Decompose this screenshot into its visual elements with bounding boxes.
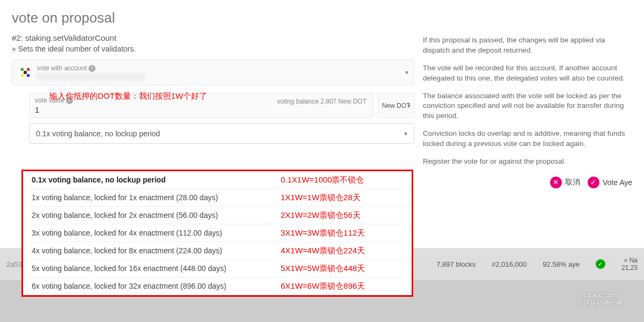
conviction-option[interactable]: 6x voting balance, locked for 32x enactm… (23, 277, 412, 295)
vote-aye-button[interactable]: ✓Vote Aye (588, 177, 632, 188)
check-icon: ✓ (596, 259, 605, 269)
info-text: If this proposal is passed, the changes … (423, 35, 632, 56)
conviction-option[interactable]: 0.1x voting balance, no lockup period0.1… (23, 171, 412, 189)
info-text: The balance associated with the vote wil… (423, 91, 632, 122)
conviction-selected: 0.1x voting balance, no lockup period (36, 129, 160, 138)
voting-balance: voting balance 2.807 New DOT (277, 98, 367, 105)
info-text: The vote will be recorded for this accou… (423, 63, 632, 84)
help-icon[interactable]: ? (89, 65, 96, 72)
row-nay-val: 21,23 (621, 264, 638, 272)
row-nay-label: » Na (621, 257, 638, 264)
row-blocks: 7,897 blocks (436, 260, 475, 268)
conviction-option[interactable]: 4x voting balance, locked for 8x enactme… (23, 242, 412, 260)
unit-dropdown[interactable]: New DOT ▾ (378, 93, 414, 118)
proposal-description: Sets the ideal number of validators. (12, 45, 414, 53)
annotation: 0.1X1W=1000票不锁仓 (281, 175, 364, 185)
annotation: 5X1W=5W票锁仓448天 (281, 264, 365, 274)
proposal-id: #2: staking.setValidatorCount (12, 33, 414, 42)
conviction-select[interactable]: 0.1x voting balance, no lockup period ▾ (29, 123, 414, 144)
chevron-down-icon: ▾ (405, 69, 408, 76)
chevron-down-icon: ▾ (408, 103, 411, 108)
annotation-input: 输入你抵押的DOT数量：我们按照1W个好了 (49, 91, 207, 101)
conviction-option[interactable]: 1x voting balance, locked for 1x enactme… (23, 189, 412, 207)
info-text: Conviction locks do overlap and is addit… (423, 129, 632, 149)
conviction-option[interactable]: 3x voting balance, locked for 4x enactme… (23, 224, 412, 242)
annotation: 2X1W=2W票锁仓56天 (281, 210, 361, 221)
annotation: 4X1W=4W票锁仓224天 (281, 246, 365, 256)
info-text: Register the vote for or against the pro… (423, 157, 632, 167)
annotation: 1X1W=1W票锁仓28天 (281, 193, 361, 203)
chevron-down-icon: ▾ (404, 130, 407, 137)
row-aye-pct: 92.58% aye (543, 260, 580, 268)
account-selector[interactable]: vote with account? ▾ (12, 60, 414, 85)
modal-title: vote on proposal (0, 0, 644, 33)
vote-value-input[interactable]: 1 (35, 105, 368, 114)
unit-label: New DOT (382, 102, 411, 109)
cancel-button[interactable]: ✕取消 (550, 177, 580, 188)
identicon-icon (18, 65, 33, 80)
annotation: 3X1W=3W票锁仓112天 (281, 228, 365, 238)
row-ref: #2,016,000 (492, 260, 526, 268)
account-name-blurred (37, 73, 144, 80)
annotation: 6X1W=6W票锁仓896天 (281, 281, 365, 291)
check-icon: ✓ (588, 177, 599, 188)
close-icon: ✕ (550, 177, 562, 188)
conviction-option[interactable]: 2x voting balance, locked for 2x enactme… (23, 207, 412, 224)
watermark: tucaod.com @区块链神吐槽 (577, 291, 623, 308)
conviction-option[interactable]: 5x voting balance, locked for 16x enactm… (23, 260, 412, 277)
conviction-dropdown: 0.1x voting balance, no lockup period0.1… (21, 170, 413, 297)
account-label: vote with account (37, 64, 87, 72)
